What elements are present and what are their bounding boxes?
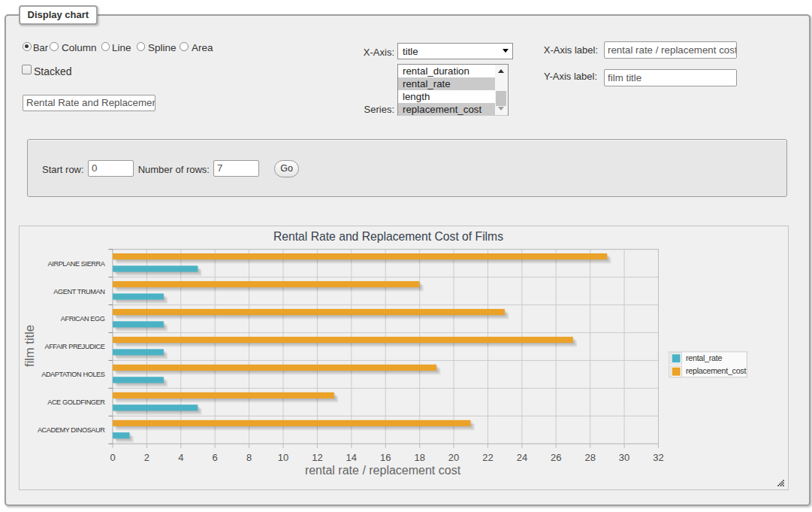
svg-text:AFFAIR PREJUDICE: AFFAIR PREJUDICE	[44, 343, 104, 350]
svg-text:rental rate / replacement cost: rental rate / replacement cost	[305, 464, 461, 477]
svg-text:26: 26	[551, 452, 561, 463]
svg-text:24: 24	[517, 452, 527, 463]
svg-text:ADAPTATION HOLES: ADAPTATION HOLES	[41, 371, 105, 378]
svg-text:4: 4	[178, 452, 183, 463]
svg-text:2: 2	[144, 452, 149, 463]
svg-text:8: 8	[246, 452, 252, 463]
svg-text:20: 20	[448, 452, 459, 463]
svg-text:AGENT TRUMAN: AGENT TRUMAN	[53, 288, 104, 295]
svg-text:12: 12	[312, 452, 322, 463]
svg-text:film title: film title	[23, 325, 36, 367]
svg-text:22: 22	[482, 452, 493, 463]
svg-text:replacement_cost: replacement_cost	[686, 366, 746, 375]
svg-text:AIRPLANE SIERRA: AIRPLANE SIERRA	[48, 260, 106, 268]
svg-text:32: 32	[653, 452, 663, 463]
svg-text:10: 10	[278, 452, 288, 463]
svg-text:6: 6	[213, 452, 218, 463]
svg-text:AFRICAN EGG: AFRICAN EGG	[61, 315, 105, 323]
svg-text:16: 16	[380, 452, 391, 463]
svg-text:Rental Rate and Replacement Co: Rental Rate and Replacement Cost of Film…	[273, 230, 503, 243]
svg-text:18: 18	[414, 452, 424, 463]
svg-text:ACADEMY DINOSAUR: ACADEMY DINOSAUR	[38, 426, 105, 434]
svg-text:rental_rate: rental_rate	[686, 353, 722, 362]
svg-text:ACE GOLDFINGER: ACE GOLDFINGER	[47, 398, 105, 406]
svg-text:14: 14	[346, 452, 357, 463]
svg-text:0: 0	[110, 452, 115, 463]
svg-text:30: 30	[619, 452, 629, 463]
svg-text:28: 28	[584, 452, 595, 463]
